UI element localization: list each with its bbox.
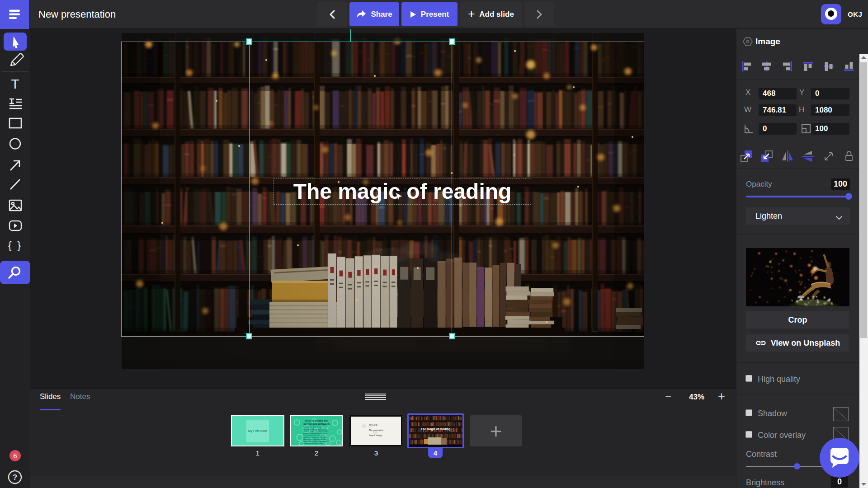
svg-text:The magic of reading: The magic of reading <box>421 427 450 431</box>
svg-text:?: ? <box>13 473 17 482</box>
